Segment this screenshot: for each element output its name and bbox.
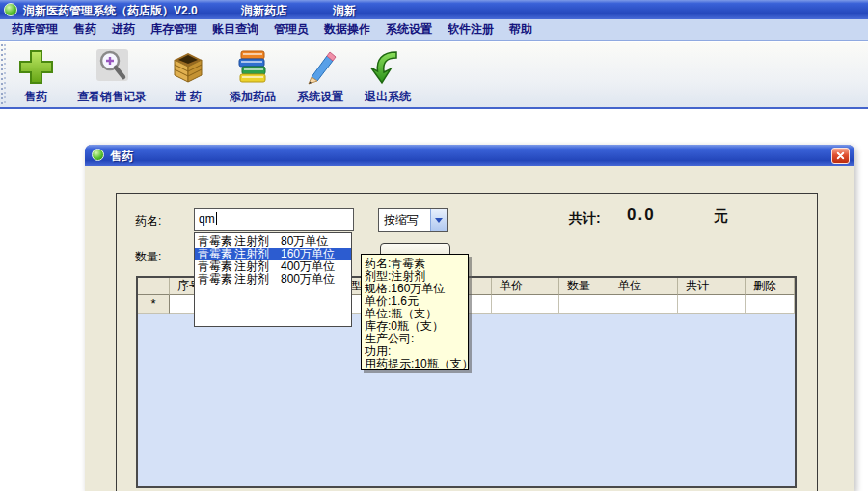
menu-item-8[interactable]: 软件注册 bbox=[448, 21, 494, 38]
toolbar-button-label: 查看销售记录 bbox=[77, 89, 147, 105]
suggestion-name: 青霉素 bbox=[198, 273, 234, 286]
search-mode-select[interactable]: 按缩写 bbox=[378, 208, 448, 232]
suggestion-listbox[interactable]: 青霉素注射剂80万单位青霉素注射剂160万单位青霉素注射剂400万单位青霉素注射… bbox=[194, 232, 352, 327]
text-caret bbox=[216, 212, 217, 225]
menu-item-3[interactable]: 库存管理 bbox=[150, 21, 197, 38]
toolbar: 售药查看销售记录进 药添加药品系统设置退出系统 bbox=[0, 41, 868, 109]
total-unit: 元 bbox=[714, 207, 728, 226]
toolbar-gripper-handle[interactable] bbox=[1, 44, 6, 106]
drug-info-tooltip: 药名:青霉素剂型:注射剂规格:160万单位单价:1.6元单位:瓶（支）库存:0瓶… bbox=[361, 254, 469, 370]
app-title-store: 润新药店 bbox=[241, 3, 287, 19]
toolbar-button-exit[interactable]: 退出系统 bbox=[361, 46, 415, 107]
grid-row-header: * bbox=[138, 295, 170, 314]
grid-cell-8[interactable] bbox=[678, 295, 746, 314]
menu-item-1[interactable]: 售药 bbox=[73, 21, 96, 38]
search-mode-value: 按缩写 bbox=[379, 212, 430, 229]
green-plus-icon bbox=[15, 48, 56, 87]
dialog-body: 药名: qm 按缩写 共计: 0.0 元 数量: 序号剂型单价数量单位共计删除 … bbox=[85, 166, 854, 491]
crate-icon bbox=[168, 48, 208, 87]
grid-cell-9[interactable] bbox=[746, 295, 795, 314]
dialog-icon bbox=[92, 149, 104, 161]
total-value: 0.0 bbox=[627, 205, 656, 225]
toolbar-button-add-drug[interactable]: 添加药品 bbox=[226, 46, 280, 107]
grid-header-cell-9: 删除 bbox=[746, 278, 795, 295]
total-label: 共计: bbox=[569, 210, 601, 228]
grid-cell-7[interactable] bbox=[610, 295, 678, 314]
app-title: 润新医药管理系统（药店版）V2.0 bbox=[23, 3, 198, 19]
toolbar-button-label: 进 药 bbox=[175, 89, 201, 105]
combo-dropdown-button[interactable] bbox=[430, 209, 447, 231]
menu-item-5[interactable]: 管理员 bbox=[274, 21, 309, 38]
app-icon bbox=[4, 3, 17, 16]
toolbar-button-view-sales[interactable]: 查看销售记录 bbox=[73, 46, 150, 107]
grid-header-cell-0 bbox=[138, 278, 170, 295]
dialog-title: 售药 bbox=[110, 149, 133, 165]
app-title-brand: 润新 bbox=[333, 3, 356, 19]
menu-bar: 药库管理售药进药库存管理账目查询管理员数据操作系统设置软件注册帮助 bbox=[0, 19, 868, 41]
suggestion-spec: 800万单位 bbox=[281, 273, 351, 286]
toolbar-button-label: 售药 bbox=[24, 89, 47, 105]
menu-item-0[interactable]: 药库管理 bbox=[12, 21, 58, 38]
books-icon bbox=[232, 48, 273, 87]
grid-header-cell-8: 共计 bbox=[678, 278, 746, 295]
magnifier-icon bbox=[92, 48, 132, 87]
chevron-down-icon bbox=[435, 218, 443, 223]
drug-name-input[interactable]: qm bbox=[194, 208, 354, 231]
tooltip-line-8: 用药提示:10瓶（支） bbox=[365, 358, 468, 370]
quantity-label: 数量: bbox=[135, 249, 161, 265]
menu-item-6[interactable]: 数据操作 bbox=[324, 21, 370, 38]
app-titlebar: 润新医药管理系统（药店版）V2.0 润新药店 润新 bbox=[0, 0, 868, 19]
toolbar-button-label: 添加药品 bbox=[230, 89, 276, 105]
grid-cell-5[interactable] bbox=[492, 295, 559, 314]
grid-header-cell-6: 数量 bbox=[559, 278, 610, 295]
menu-item-4[interactable]: 账目查询 bbox=[212, 21, 258, 38]
drug-name-value: qm bbox=[199, 212, 215, 226]
form-groupbox: 药名: qm 按缩写 共计: 0.0 元 数量: 序号剂型单价数量单位共计删除 … bbox=[116, 193, 818, 491]
grid-cell-6[interactable] bbox=[559, 295, 610, 314]
suggestion-row-3[interactable]: 青霉素注射剂800万单位 bbox=[195, 273, 351, 286]
dialog-titlebar[interactable]: 售药 bbox=[85, 145, 854, 166]
app-window: 润新医药管理系统（药店版）V2.0 润新药店 润新 药库管理售药进药库存管理账目… bbox=[0, 0, 868, 491]
toolbar-buttons: 售药查看销售记录进 药添加药品系统设置退出系统 bbox=[12, 46, 415, 107]
toolbar-button-sell[interactable]: 售药 bbox=[12, 46, 60, 107]
suggestion-form: 注射剂 bbox=[234, 273, 281, 286]
close-button[interactable] bbox=[831, 148, 850, 164]
sell-medicine-dialog: 售药 药名: qm 按缩写 共计: 0.0 元 数量: bbox=[85, 145, 854, 491]
grid-header-cell-7: 单位 bbox=[610, 278, 678, 295]
menu-item-7[interactable]: 系统设置 bbox=[386, 21, 432, 38]
menu-item-9[interactable]: 帮助 bbox=[509, 21, 532, 38]
close-icon bbox=[835, 150, 846, 161]
toolbar-button-label: 退出系统 bbox=[365, 89, 411, 105]
toolbar-button-label: 系统设置 bbox=[297, 89, 343, 105]
pencil-icon bbox=[300, 48, 340, 87]
grid-header-cell-5: 单价 bbox=[492, 278, 559, 295]
menu-item-2[interactable]: 进药 bbox=[112, 21, 135, 38]
drug-name-label: 药名: bbox=[135, 213, 161, 230]
toolbar-button-settings[interactable]: 系统设置 bbox=[293, 46, 347, 107]
toolbar-button-purchase[interactable]: 进 药 bbox=[164, 46, 212, 107]
exit-arrow-icon bbox=[367, 48, 408, 87]
